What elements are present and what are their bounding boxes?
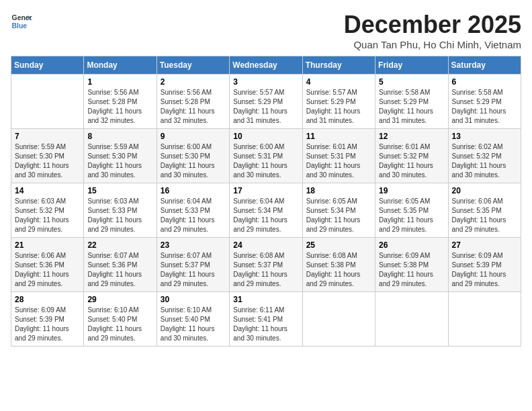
day-info: Sunrise: 6:08 AMSunset: 5:38 PMDaylight:… (306, 251, 371, 289)
daylight-line1: Daylight: 11 hours (452, 270, 517, 279)
daylight-line2: and 29 minutes. (15, 225, 80, 234)
sunset-text: Sunset: 5:33 PM (87, 206, 152, 216)
calendar-cell: 2Sunrise: 5:56 AMSunset: 5:28 PMDaylight… (157, 75, 229, 129)
calendar-week-2: 7Sunrise: 5:59 AMSunset: 5:30 PMDaylight… (11, 129, 521, 183)
sunset-text: Sunset: 5:36 PM (15, 261, 80, 270)
daylight-line2: and 29 minutes. (452, 279, 517, 289)
calendar-cell: 4Sunrise: 5:57 AMSunset: 5:29 PMDaylight… (302, 75, 375, 129)
sunrise-text: Sunrise: 6:01 AM (306, 142, 371, 152)
sunset-text: Sunset: 5:30 PM (87, 152, 152, 161)
calendar-cell (448, 292, 521, 347)
calendar-cell (302, 292, 375, 347)
sunset-text: Sunset: 5:29 PM (452, 97, 517, 107)
calendar-cell: 13Sunrise: 6:02 AMSunset: 5:32 PMDayligh… (448, 129, 521, 183)
daylight-line1: Daylight: 11 hours (306, 270, 371, 279)
sunrise-text: Sunrise: 5:57 AM (306, 88, 371, 97)
daylight-line2: and 29 minutes. (233, 279, 298, 289)
day-info: Sunrise: 6:00 AMSunset: 5:31 PMDaylight:… (233, 142, 298, 180)
daylight-line1: Daylight: 11 hours (379, 161, 444, 171)
daylight-line2: and 29 minutes. (452, 225, 517, 234)
day-number: 15 (87, 186, 152, 195)
daylight-line2: and 29 minutes. (233, 225, 298, 234)
daylight-line1: Daylight: 11 hours (161, 107, 226, 116)
daylight-line2: and 31 minutes. (233, 116, 298, 126)
day-number: 21 (15, 240, 80, 250)
sunrise-text: Sunrise: 5:59 AM (15, 142, 80, 152)
calendar-cell: 27Sunrise: 6:09 AMSunset: 5:39 PMDayligh… (448, 238, 521, 292)
sunrise-text: Sunrise: 6:03 AM (15, 197, 80, 206)
daylight-line2: and 30 minutes. (306, 171, 371, 180)
sunrise-text: Sunrise: 6:03 AM (87, 197, 152, 206)
col-tuesday: Tuesday (157, 56, 229, 75)
day-number: 29 (87, 295, 152, 304)
day-number: 14 (15, 186, 80, 195)
daylight-line2: and 29 minutes. (15, 279, 80, 289)
daylight-line2: and 29 minutes. (306, 225, 371, 234)
title-section: December 2025 Quan Tan Phu, Ho Chi Minh,… (344, 11, 521, 50)
col-monday: Monday (84, 56, 157, 75)
logo: General Blue (11, 11, 32, 32)
day-info: Sunrise: 6:09 AMSunset: 5:39 PMDaylight:… (452, 251, 517, 289)
page-title: December 2025 (344, 11, 521, 39)
calendar-cell: 28Sunrise: 6:09 AMSunset: 5:39 PMDayligh… (11, 292, 84, 347)
sunset-text: Sunset: 5:34 PM (306, 206, 371, 216)
day-number: 1 (87, 77, 152, 87)
day-number: 16 (161, 186, 226, 195)
daylight-line2: and 29 minutes. (87, 225, 152, 234)
sunset-text: Sunset: 5:28 PM (87, 97, 152, 107)
day-number: 3 (233, 77, 298, 87)
day-info: Sunrise: 6:07 AMSunset: 5:36 PMDaylight:… (87, 251, 152, 289)
day-info: Sunrise: 6:06 AMSunset: 5:35 PMDaylight:… (452, 197, 517, 234)
day-info: Sunrise: 6:10 AMSunset: 5:40 PMDaylight:… (161, 306, 226, 343)
col-friday: Friday (375, 56, 448, 75)
daylight-line1: Daylight: 11 hours (87, 216, 152, 225)
calendar-cell: 8Sunrise: 5:59 AMSunset: 5:30 PMDaylight… (84, 129, 157, 183)
daylight-line2: and 32 minutes. (87, 116, 152, 126)
daylight-line1: Daylight: 11 hours (233, 270, 298, 279)
calendar-cell: 31Sunrise: 6:11 AMSunset: 5:41 PMDayligh… (230, 292, 302, 347)
svg-text:Blue: Blue (12, 22, 28, 30)
daylight-line2: and 30 minutes. (161, 171, 226, 180)
sunrise-text: Sunrise: 6:04 AM (161, 197, 226, 206)
sunrise-text: Sunrise: 6:00 AM (233, 142, 298, 152)
day-info: Sunrise: 6:06 AMSunset: 5:36 PMDaylight:… (15, 251, 80, 289)
calendar-cell: 12Sunrise: 6:01 AMSunset: 5:32 PMDayligh… (375, 129, 448, 183)
daylight-line1: Daylight: 11 hours (233, 161, 298, 171)
sunrise-text: Sunrise: 6:09 AM (452, 251, 517, 261)
day-info: Sunrise: 5:57 AMSunset: 5:29 PMDaylight:… (306, 88, 371, 126)
calendar-cell: 7Sunrise: 5:59 AMSunset: 5:30 PMDaylight… (11, 129, 84, 183)
calendar-cell: 5Sunrise: 5:58 AMSunset: 5:29 PMDaylight… (375, 75, 448, 129)
day-info: Sunrise: 5:59 AMSunset: 5:30 PMDaylight:… (15, 142, 80, 180)
sunrise-text: Sunrise: 6:11 AM (233, 306, 298, 315)
daylight-line1: Daylight: 11 hours (161, 270, 226, 279)
day-info: Sunrise: 5:58 AMSunset: 5:29 PMDaylight:… (452, 88, 517, 126)
sunset-text: Sunset: 5:39 PM (452, 261, 517, 270)
calendar-cell: 15Sunrise: 6:03 AMSunset: 5:33 PMDayligh… (84, 183, 157, 238)
daylight-line2: and 30 minutes. (452, 171, 517, 180)
daylight-line2: and 30 minutes. (15, 171, 80, 180)
daylight-line1: Daylight: 11 hours (379, 107, 444, 116)
daylight-line1: Daylight: 11 hours (15, 324, 80, 334)
day-info: Sunrise: 5:57 AMSunset: 5:29 PMDaylight:… (233, 88, 298, 126)
daylight-line1: Daylight: 11 hours (233, 324, 298, 334)
day-number: 25 (306, 240, 371, 250)
sunset-text: Sunset: 5:31 PM (306, 152, 371, 161)
sunrise-text: Sunrise: 6:07 AM (87, 251, 152, 261)
daylight-line2: and 31 minutes. (306, 116, 371, 126)
day-number: 12 (379, 132, 444, 141)
day-number: 5 (379, 77, 444, 87)
daylight-line1: Daylight: 11 hours (87, 161, 152, 171)
daylight-line1: Daylight: 11 hours (379, 216, 444, 225)
calendar-cell: 10Sunrise: 6:00 AMSunset: 5:31 PMDayligh… (230, 129, 302, 183)
sunrise-text: Sunrise: 6:09 AM (15, 306, 80, 315)
day-number: 2 (161, 77, 226, 87)
sunrise-text: Sunrise: 6:05 AM (379, 197, 444, 206)
daylight-line1: Daylight: 11 hours (233, 216, 298, 225)
daylight-line2: and 29 minutes. (306, 279, 371, 289)
day-info: Sunrise: 6:10 AMSunset: 5:40 PMDaylight:… (87, 306, 152, 343)
sunset-text: Sunset: 5:31 PM (233, 152, 298, 161)
daylight-line1: Daylight: 11 hours (161, 324, 226, 334)
daylight-line1: Daylight: 11 hours (379, 270, 444, 279)
daylight-line2: and 30 minutes. (379, 171, 444, 180)
daylight-line1: Daylight: 11 hours (161, 161, 226, 171)
